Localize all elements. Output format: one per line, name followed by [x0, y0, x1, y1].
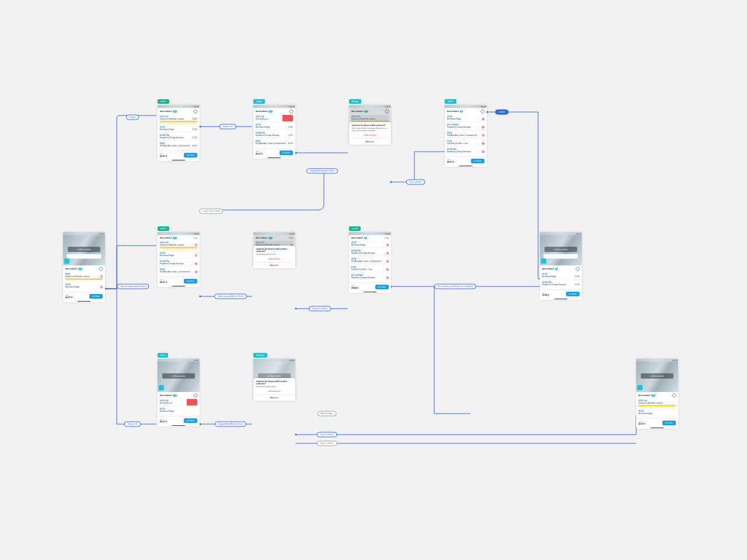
pill-tap-remove-sheet: Tap to remove Action Sheet	[214, 294, 247, 299]
list-item[interactable]: GETIRBio Peanut Riegel1,19 €	[256, 123, 293, 130]
list-item[interactable]: GETIRBio Peanut Riegel1,19 €	[160, 125, 197, 132]
footer: total46,87 €zur Kasse	[63, 292, 105, 300]
delete-icon[interactable]	[386, 244, 389, 246]
hero-secondary[interactable]	[67, 254, 102, 259]
checkout-btn[interactable]: zur Kasse	[184, 418, 197, 423]
heart-icon[interactable]	[195, 244, 197, 246]
list-item-swiped[interactable]: GORILLASBackup Account	[256, 115, 293, 122]
pencil-icon[interactable]	[99, 267, 103, 271]
checkout-btn[interactable]: zur Kasse	[471, 159, 484, 163]
delete-icon[interactable]	[386, 268, 389, 271]
screen-r1c2[interactable]: swipe dein einkauf12 GORILLASBackup Acco…	[253, 105, 295, 159]
checkout-btn[interactable]: zur Kasse	[89, 294, 103, 299]
count-badge: 12	[78, 268, 82, 270]
action-sheet: möchtest du diesen artikel entfernen? Fa…	[349, 122, 391, 145]
tag: dialog	[349, 99, 361, 104]
list-item[interactable]: GETIRBio Peanut Riegel	[447, 115, 484, 122]
list-item[interactable]: GORILLASKokosnuss Blattkohle, schwarz	[160, 241, 197, 250]
delete-icon[interactable]	[195, 271, 197, 273]
list-item[interactable]: GETIRBio Peanut Riegel	[160, 251, 197, 258]
pencil-icon[interactable]	[193, 393, 198, 398]
screen-r2c3[interactable]: result dein einkauf3fertig GETIRBio Pean…	[349, 232, 391, 293]
list-item[interactable]: ALNATURAGrapefruit & Orange Shampoo2,79 …	[256, 131, 293, 138]
hero: zu Flink wechseln	[63, 235, 105, 265]
screen-r1c1[interactable]: edit.2 dein einkauf12 GORILLASKokosnuss …	[158, 105, 200, 161]
list-item[interactable]: FLINKChili-Grill Jim B Bar + Cola	[447, 139, 484, 146]
delete-icon[interactable]	[482, 126, 484, 128]
delete-icon[interactable]	[195, 262, 197, 265]
heart-icon[interactable]	[195, 254, 197, 257]
svg-point-7	[390, 181, 392, 183]
list-item[interactable]: REWEFull Moon Acai Cubes + Drachenfrucht	[160, 268, 197, 274]
svg-point-5	[295, 307, 296, 309]
svg-point-6	[295, 433, 296, 435]
tag: dialog.2	[253, 353, 267, 358]
pill-swipe: Swipe	[126, 115, 139, 120]
checkout-btn[interactable]: zur Kasse	[280, 150, 293, 155]
list-item[interactable]: BIO COMPANYGrapefruit & Orange Shampoo	[447, 123, 484, 130]
heart-icon[interactable]	[100, 275, 103, 278]
sheet-cancel[interactable]: Abbrechen	[352, 138, 388, 143]
delete-swipe[interactable]	[187, 399, 197, 405]
sheet-cancel[interactable]: Abbrechen	[256, 394, 292, 399]
heart-icon[interactable]	[100, 286, 103, 288]
screen-r3c2[interactable]: dialog.2 zu Flink wechseln dein einkauf1…	[253, 359, 295, 401]
pencil-icon[interactable]	[480, 109, 485, 114]
delete-icon[interactable]	[482, 134, 484, 136]
home-indicator	[63, 300, 105, 302]
list-item[interactable]: GETIRBio Peanut Riegel	[65, 283, 103, 289]
checkout-btn[interactable]: zur Kasse	[184, 279, 197, 284]
pill-tap-single: Tap on single delete Button	[117, 284, 149, 289]
tag: edit.2	[158, 99, 169, 104]
done-link[interactable]: fertig	[193, 237, 197, 239]
list-item[interactable]: REWEFull Moon Acai Cubes + Drachenfrucht…	[160, 142, 197, 148]
tag: edit.1	[158, 226, 169, 231]
hero-cta[interactable]: zu Flink wechseln	[68, 247, 100, 252]
tag: result	[349, 226, 361, 231]
list-item[interactable]: ALNATURAGrapefruit & Orange Shampoo2,79 …	[160, 134, 197, 141]
list-item[interactable]: REWEKokosnuss Blattkohle, schwarz	[65, 272, 103, 282]
screen-r2c2[interactable]: dein einkauf12fertig GORILLASKokosnuss B…	[253, 232, 295, 268]
pill-back: Back to Start	[317, 411, 337, 416]
sheet-remove[interactable]: artikel entfernen	[256, 258, 292, 260]
screen-result-mid[interactable]: zu Flink wechseln dein einkauf3 GETIRBio…	[540, 232, 582, 300]
list-item[interactable]: REWEFull Moon Acai Cubes + Drachenfrucht	[447, 131, 484, 138]
sheet-remove[interactable]: artikel entfernen	[352, 134, 388, 136]
checkout-btn[interactable]: zur Kasse	[566, 292, 580, 296]
checkout-btn[interactable]: zur Kasse	[375, 285, 389, 289]
pencil-icon[interactable]	[575, 267, 580, 271]
pencil-icon[interactable]	[289, 109, 294, 114]
pill-tap-delete: Tap to delete	[406, 180, 425, 185]
delete-icon[interactable]	[386, 252, 389, 254]
screen-start[interactable]: zu Flink wechseln dein einkauf12 REWEKok…	[63, 232, 105, 302]
hero-chip	[64, 258, 69, 264]
pill-tap-confirm: Tap to confirm	[317, 441, 337, 446]
tag: edit.3	[445, 99, 456, 104]
list-item[interactable]: ALNATURAGrapefruit & Orange Shampoo	[447, 148, 484, 154]
screen-r1c3[interactable]: dialog dein einkauf12 GORILLASKokosnuss …	[349, 105, 391, 145]
list-item[interactable]: REWEFull Moon Acai Cubes + Drachenfrucht…	[256, 139, 293, 146]
delete-icon[interactable]	[482, 150, 484, 153]
screen-r3c1[interactable]: list.2 zu Flink wechseln dein einkauf12 …	[158, 359, 200, 426]
pill-swipe-left-2: Swipe Left	[124, 422, 141, 427]
list-item[interactable]: ALNATURAGrapefruit & Orange Shampoo	[160, 260, 197, 267]
svg-point-2	[199, 295, 201, 297]
action-sheet: möchtest du diesen artikel wirklich entf…	[253, 378, 295, 401]
pencil-icon[interactable]	[193, 109, 198, 114]
delete-swipe[interactable]	[282, 115, 293, 121]
screen-r2c1[interactable]: edit.1 dein einkauf12fertig GORILLASKoko…	[158, 232, 200, 287]
screen-r1c4[interactable]: edit.3 dein einkauf3 GETIRBio Peanut Rie…	[445, 105, 487, 167]
screen-result-bottom[interactable]: zu Flink wechseln dein einkauf12 GORILLA…	[636, 359, 678, 429]
sheet-cancel[interactable]: Abbrechen	[256, 262, 292, 267]
checkout-btn[interactable]: zur Kasse	[662, 421, 676, 425]
sheet-remove[interactable]: artikel entfernen	[256, 390, 292, 393]
list-item-swiped[interactable]: GORILLASBackup Account	[160, 399, 197, 406]
action-sheet: möchtest du diesen artikel wirklich entf…	[253, 246, 295, 268]
delete-icon[interactable]	[482, 142, 484, 145]
delete-icon[interactable]	[386, 276, 389, 279]
list-item[interactable]: GORILLASKokosnuss Blattkohle, schwarz4,4…	[160, 115, 197, 124]
pencil-icon[interactable]	[672, 393, 676, 398]
checkout-btn[interactable]: zur Kasse	[184, 153, 197, 158]
delete-icon[interactable]	[386, 260, 389, 262]
delete-icon[interactable]	[482, 118, 484, 120]
